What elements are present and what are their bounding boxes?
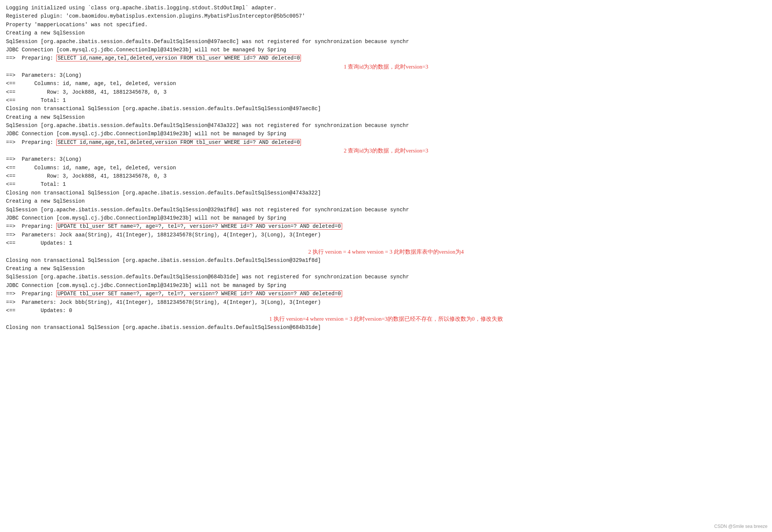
log-line: SqlSession [org.apache.ibatis.session.de… [6, 37, 766, 46]
sql-highlighted: UPDATE tbl_user SET name=?, age=?, tel=?… [56, 223, 342, 230]
log-line: Creating a new SqlSession [6, 113, 766, 121]
log-line: ==> Parameters: Jock aaa(String), 41(Int… [6, 231, 766, 239]
watermark: CSDN @Smile sea breeze [714, 524, 768, 529]
log-line: SqlSession [org.apache.ibatis.session.de… [6, 121, 766, 130]
log-line: JDBC Connection [com.mysql.cj.jdbc.Conne… [6, 130, 766, 138]
sql-log-line: ==> Preparing: SELECT id,name,age,tel,de… [6, 54, 766, 62]
annotation-text: 2 查询id为3的数据，此时version=3 [6, 147, 766, 154]
sql-log-line: ==> Preparing: SELECT id,name,age,tel,de… [6, 138, 766, 146]
log-line: Creating a new SqlSession [6, 29, 766, 37]
log-line: ==> Parameters: 3(Long) [6, 71, 766, 79]
log-line: ==> Parameters: Jock bbb(String), 41(Int… [6, 298, 766, 306]
sql-highlighted: SELECT id,name,age,tel,deleted,version F… [56, 55, 301, 61]
log-line: Closing non transactional SqlSession [or… [6, 256, 766, 265]
log-line: JDBC Connection [com.mysql.cj.jdbc.Conne… [6, 214, 766, 222]
log-line: <== Row: 3, Jock888, 41, 18812345678, 0,… [6, 172, 766, 180]
log-container: Logging initialized using `class org.apa… [6, 4, 766, 332]
log-line: Creating a new SqlSession [6, 197, 766, 205]
log-line: JDBC Connection [com.mysql.cj.jdbc.Conne… [6, 281, 766, 290]
log-line: ==> Parameters: 3(Long) [6, 155, 766, 163]
log-line: <== Updates: 0 [6, 306, 766, 315]
log-line: <== Columns: id, name, age, tel, deleted… [6, 79, 766, 88]
log-line: JDBC Connection [com.mysql.cj.jdbc.Conne… [6, 46, 766, 54]
log-line: Creating a new SqlSession [6, 265, 766, 273]
sql-highlighted: UPDATE tbl_user SET name=?, age=?, tel=?… [56, 290, 342, 297]
log-line: <== Updates: 1 [6, 239, 766, 247]
log-line: Property 'mapperLocations' was not speci… [6, 21, 766, 29]
log-line: Registered plugin: 'com.baomidou.mybatis… [6, 12, 766, 20]
log-line: Closing non transactional SqlSession [or… [6, 323, 766, 332]
sql-highlighted: SELECT id,name,age,tel,deleted,version F… [56, 139, 301, 146]
log-line: <== Total: 1 [6, 180, 766, 188]
sql-log-line: ==> Preparing: UPDATE tbl_user SET name=… [6, 222, 766, 230]
log-line: <== Row: 3, Jock888, 41, 18812345678, 0,… [6, 88, 766, 96]
log-line: <== Columns: id, name, age, tel, deleted… [6, 164, 766, 172]
annotation-text: 1 执行 version=4 where vrersion = 3 此时vers… [6, 315, 766, 323]
log-line: Closing non transactional SqlSession [or… [6, 189, 766, 197]
log-line: <== Total: 1 [6, 96, 766, 105]
log-line: SqlSession [org.apache.ibatis.session.de… [6, 273, 766, 281]
sql-log-line: ==> Preparing: UPDATE tbl_user SET name=… [6, 290, 766, 298]
annotation-text: 2 执行 version = 4 where version = 3 此时数据库… [6, 248, 766, 256]
log-line: Closing non transactional SqlSession [or… [6, 105, 766, 113]
log-line: SqlSession [org.apache.ibatis.session.de… [6, 206, 766, 214]
log-line: Logging initialized using `class org.apa… [6, 4, 766, 12]
annotation-text: 1 查询id为3的数据，此时version=3 [6, 63, 766, 70]
